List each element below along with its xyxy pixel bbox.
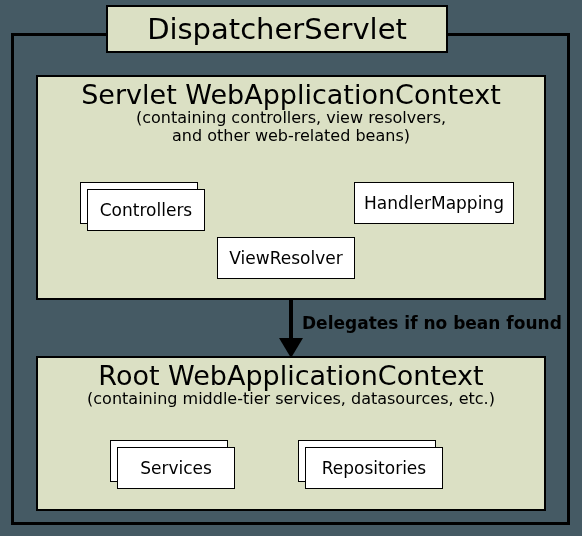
servlet-context-heading: Servlet WebApplicationContext (38, 79, 544, 110)
delegates-arrow-line (289, 300, 293, 342)
services-component: Services (117, 447, 235, 489)
servlet-context-subtitle-line2: and other web-related beans) (38, 126, 544, 146)
delegates-arrow-label: Delegates if no bean found (302, 313, 562, 333)
handler-mapping-component: HandlerMapping (354, 182, 514, 224)
servlet-context-subtitle-line1: (containing controllers, view resolvers, (38, 108, 544, 128)
delegates-arrow-head (279, 338, 303, 358)
root-webapplicationcontext-box: Root WebApplicationContext (containing m… (36, 356, 546, 511)
repositories-component: Repositories (305, 447, 443, 489)
diagram-canvas: DispatcherServlet Servlet WebApplication… (0, 0, 582, 536)
view-resolver-component: ViewResolver (217, 237, 355, 279)
root-context-subtitle: (containing middle-tier services, dataso… (38, 389, 544, 409)
root-context-heading: Root WebApplicationContext (38, 360, 544, 391)
dispatcher-servlet-title-box: DispatcherServlet (106, 5, 448, 53)
servlet-webapplicationcontext-box: Servlet WebApplicationContext (containin… (36, 75, 546, 300)
controllers-component: Controllers (87, 189, 205, 231)
dispatcher-servlet-title: DispatcherServlet (147, 12, 407, 46)
